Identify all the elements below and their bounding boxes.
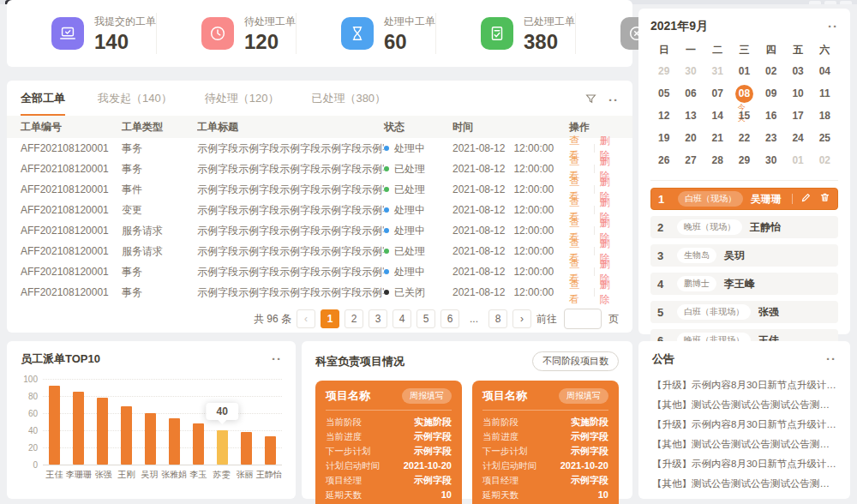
table-row[interactable]: AFF202108120001服务请求示例字段示例字段示例字段示例字段示例字段已… [7,241,632,261]
calendar-day[interactable]: 30 [677,60,704,82]
more-icon[interactable]: ·· [828,23,838,30]
shift-row[interactable]: 1白班（现场）吴珊珊 [650,188,838,210]
calendar-day[interactable]: 12 [650,105,677,127]
prev-page-button[interactable]: ‹ [297,309,315,328]
stat-card[interactable]: 待处理工单120 [157,13,297,54]
notice-item[interactable]: 【其他】测试公告测试公告测试公告测试公告测试公告 [652,395,836,415]
calendar-day[interactable]: 23 [758,127,784,149]
notice-item[interactable]: 【其他】测试公告测试公告测试公告测试公告测试公告 [652,474,836,494]
calendar-day[interactable]: 26 [650,149,677,171]
page-button[interactable]: 8 [488,309,507,328]
page-button[interactable]: 6 [440,309,459,328]
calendar-day[interactable]: 06 [677,82,704,105]
table-row[interactable]: AFF202108120001事务示例字段示例字段示例字段示例字段示例字段已关闭… [7,282,632,303]
edit-icon[interactable] [800,191,812,207]
calendar-day[interactable]: 03 [784,60,811,82]
delete-link[interactable]: 删除 [599,278,619,307]
shift-row[interactable]: 5白班（非现场）张强 [650,301,838,323]
shift-row[interactable]: 4鹏博士李王峰 [650,273,838,295]
tab-active[interactable]: 全部工单 [21,91,65,116]
bar[interactable] [49,386,60,465]
notice-item[interactable]: 【升级】示例内容8月30日新节点升级计划通知 [652,375,836,395]
bar[interactable] [121,406,132,465]
calendar-day[interactable]: 21 [704,127,731,149]
calendar-day[interactable]: 02 [812,149,838,171]
page-button[interactable]: 3 [369,309,387,328]
bar[interactable] [217,430,228,465]
tab-workorders[interactable]: 待处理（120） [205,91,279,116]
table-row[interactable]: AFF202108120001服务请求示例字段示例字段示例字段示例字段示例字段处… [7,220,632,241]
shift-row[interactable]: 2晚班（现场）王静怡 [650,216,838,238]
calendar-day[interactable]: 15 [731,105,758,127]
next-page-button[interactable]: › [512,309,531,328]
page-button[interactable]: 4 [393,309,411,328]
calendar-day[interactable]: 25 [812,127,838,149]
calendar-day[interactable]: 14 [704,105,731,127]
tab-workorders[interactable]: 已处理（380） [311,91,386,116]
table-row[interactable]: AFF202108120001事务示例字段示例字段示例字段示例字段示例字段已处理… [7,159,632,179]
calendar-day[interactable]: 29 [731,149,758,171]
weekly-report-badge[interactable]: 周报填写 [559,388,608,404]
calendar-day[interactable]: 10 [784,82,811,105]
project-card[interactable]: 项目名称周报填写当前阶段实施阶段当前进度示例字段下一步计划示例字段计划启动时间2… [315,381,462,504]
view-link[interactable]: 查看 [569,278,589,307]
page-ellipsis[interactable]: ... [464,309,483,328]
calendar-day[interactable]: 09 [758,82,784,105]
bar[interactable] [193,423,204,465]
table-row[interactable]: AFF202108120001变更示例字段示例字段示例字段示例字段示例字段处理中… [7,200,632,220]
bar[interactable] [97,398,108,465]
calendar-day[interactable]: 19 [650,127,677,149]
notice-item[interactable]: 【其他】测试公告测试公告测试公告测试公告测试公告 [652,435,836,454]
calendar-day[interactable]: 22 [731,127,758,149]
calendar-day[interactable]: 29 [650,60,677,82]
page-button[interactable]: 5 [417,309,435,328]
calendar-day[interactable]: 17 [784,105,811,127]
window-buttons[interactable] [809,1,852,4]
calendar-day[interactable]: 01 [731,60,758,82]
order-status: 已处理 [384,162,452,177]
shift-row[interactable]: 3生物岛吴玥 [650,244,838,267]
stat-card[interactable]: 我提交的工单140 [7,13,157,54]
bar[interactable] [73,392,84,465]
calendar-day-today[interactable]: 08今天 [731,82,758,105]
calendar-day[interactable]: 30 [758,149,784,171]
tab-workorders[interactable]: 我发起（140） [98,91,172,116]
bar[interactable] [241,432,252,465]
more-icon[interactable]: ·· [608,97,619,104]
calendar-day[interactable]: 05 [650,82,677,105]
calendar-day[interactable]: 16 [758,105,784,127]
stage-count-button[interactable]: 不同阶段项目数 [532,351,619,371]
table-row[interactable]: AFF202108120001事件示例字段示例字段示例字段示例字段示例字段已处理… [7,179,632,200]
calendar-day[interactable]: 31 [704,60,731,82]
trash-icon[interactable] [819,191,830,207]
calendar-day[interactable]: 24 [784,127,811,149]
calendar-day[interactable]: 11 [812,82,838,105]
bar[interactable] [169,418,180,465]
calendar-day[interactable]: 02 [758,60,784,82]
stat-card[interactable]: 处理中工单60 [297,13,436,54]
bar[interactable] [145,413,156,465]
page-button[interactable]: 1 [321,309,339,328]
field-label: 计划启动时间 [326,459,380,473]
more-icon[interactable]: ·· [826,356,836,363]
table-row[interactable]: AFF202108120001事务示例字段示例字段示例字段示例字段示例字段处理中… [7,138,632,159]
page-button[interactable]: 2 [345,309,363,328]
project-card[interactable]: 项目名称周报填写当前阶段实施阶段当前进度示例字段下一步计划示例字段计划启动时间2… [472,381,619,504]
calendar-day[interactable]: 04 [812,60,838,82]
calendar-day[interactable]: 18 [812,105,838,127]
calendar-day[interactable]: 27 [677,149,704,171]
calendar-day[interactable]: 28 [704,149,731,171]
table-row[interactable]: AFF202108120001事务示例字段示例字段示例字段示例字段示例字段处理中… [7,261,632,282]
calendar-day[interactable]: 07 [704,82,731,105]
notice-item[interactable]: 【升级】示例内容8月30日新节点升级计划通知 [652,454,836,474]
calendar-day[interactable]: 13 [677,105,704,127]
more-icon[interactable]: ·· [272,356,282,363]
calendar-day[interactable]: 01 [784,149,811,171]
bar[interactable] [265,436,276,465]
page-jump-input[interactable] [564,309,602,329]
filter-icon[interactable] [585,93,596,108]
calendar-day[interactable]: 20 [677,127,704,149]
notice-item[interactable]: 【升级】示例内容8月30日新节点升级计划通知 [652,415,836,435]
stat-card[interactable]: 已处理工单380 [436,13,576,54]
weekly-report-badge[interactable]: 周报填写 [402,388,452,404]
